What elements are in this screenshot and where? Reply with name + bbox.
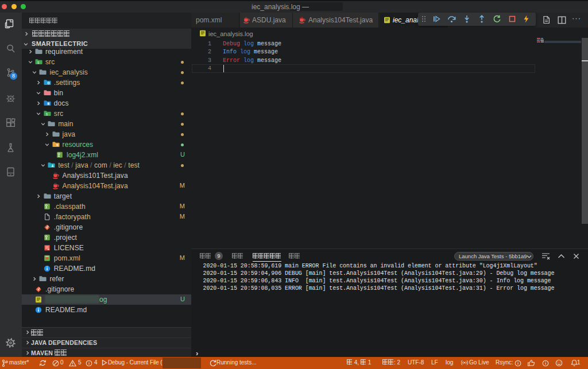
svg-text:$: $ <box>37 61 39 64</box>
svg-text:$: $ <box>46 112 48 116</box>
